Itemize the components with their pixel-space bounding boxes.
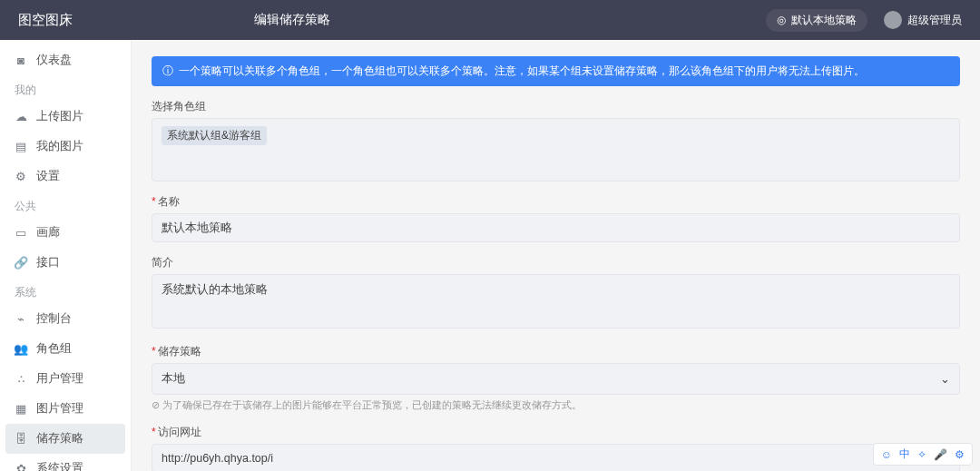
- sidebar-item[interactable]: 🗄储存策略: [5, 424, 125, 454]
- store-label: 储存策略: [152, 344, 960, 359]
- url-input[interactable]: [152, 444, 960, 471]
- ime-smiley-icon[interactable]: ☺: [881, 448, 892, 461]
- sidebar-item[interactable]: ▦图片管理: [0, 394, 131, 424]
- page-title: 编辑储存策略: [254, 12, 330, 28]
- group-label: 选择角色组: [152, 99, 960, 114]
- nav-label: 我的图片: [36, 139, 83, 154]
- store-hint: ⊘ 为了确保已存在于该储存上的图片能够在平台正常预览，已创建的策略无法继续更改储…: [152, 398, 960, 412]
- nav-icon: ✿: [15, 463, 27, 472]
- sidebar-item[interactable]: ⚙设置: [0, 162, 131, 191]
- sidebar-item[interactable]: 👥角色组: [0, 334, 131, 364]
- user-name: 超级管理员: [907, 13, 962, 28]
- nav-group-label: 我的: [0, 75, 131, 102]
- strategy-chip[interactable]: ◎ 默认本地策略: [766, 9, 867, 32]
- store-field: 储存策略 本地 ⌄ ⊘ 为了确保已存在于该储存上的图片能够在平台正常预览，已创建…: [152, 344, 960, 412]
- url-field: 访问网址 本地储存的访问网址必须有根路径，例如：https://www.lsky…: [152, 425, 960, 471]
- nav-icon: ▭: [15, 227, 27, 240]
- nav-icon: ⛬: [15, 373, 27, 386]
- warn-icon: ⊘: [152, 399, 160, 410]
- strategy-chip-label: 默认本地策略: [791, 13, 857, 28]
- nav-label: 系统设置: [36, 461, 83, 471]
- nav-list: ◙仪表盘我的☁上传图片▤我的图片⚙设置公共▭画廊🔗接口系统⌁控制台👥角色组⛬用户…: [0, 40, 131, 471]
- nav-label: 画廊: [36, 225, 60, 240]
- nav-label: 设置: [36, 169, 60, 184]
- nav-icon: 🔗: [15, 257, 27, 270]
- store-value: 本地: [162, 371, 185, 387]
- sidebar-item[interactable]: 🔗接口: [0, 248, 131, 278]
- nav-label: 控制台: [36, 311, 72, 327]
- nav-icon: 🗄: [15, 433, 27, 446]
- store-select[interactable]: 本地 ⌄: [152, 363, 960, 395]
- name-label: 名称: [152, 194, 960, 210]
- tag-icon: ◎: [777, 14, 786, 26]
- sidebar: ◙仪表盘我的☁上传图片▤我的图片⚙设置公共▭画廊🔗接口系统⌁控制台👥角色组⛬用户…: [0, 40, 132, 471]
- sidebar-item[interactable]: ⛬用户管理: [0, 364, 131, 394]
- main-content: ⓘ 一个策略可以关联多个角色组，一个角色组也可以关联多个策略。注意，如果某个组未…: [132, 40, 980, 471]
- ime-gear-icon[interactable]: ⚙: [955, 448, 965, 461]
- sidebar-item[interactable]: ✿系统设置: [0, 454, 131, 471]
- brand-title: 图空图床: [18, 12, 200, 29]
- nav-label: 上传图片: [36, 109, 83, 124]
- chevron-down-icon: ⌄: [940, 372, 950, 386]
- ime-lang[interactable]: 中: [899, 446, 910, 462]
- name-input[interactable]: [152, 213, 960, 242]
- sidebar-item[interactable]: ▭画廊: [0, 218, 131, 248]
- intro-textarea[interactable]: 系统默认的本地策略: [152, 274, 960, 329]
- nav-label: 储存策略: [36, 431, 83, 446]
- alert-text: 一个策略可以关联多个角色组，一个角色组也可以关联多个策略。注意，如果某个组未设置…: [179, 64, 865, 79]
- user-menu[interactable]: 超级管理员: [884, 11, 962, 29]
- sidebar-item[interactable]: ☁上传图片: [0, 102, 131, 132]
- sidebar-item[interactable]: ⌁控制台: [0, 304, 131, 334]
- header-right: ◎ 默认本地策略 超级管理员: [766, 9, 962, 32]
- nav-icon: ▦: [15, 403, 27, 416]
- intro-field: 简介 系统默认的本地策略: [152, 255, 960, 331]
- nav-icon: 👥: [15, 343, 27, 356]
- nav-icon: ◙: [15, 54, 27, 67]
- nav-icon: ☁: [15, 111, 27, 123]
- intro-label: 简介: [152, 255, 960, 270]
- nav-icon: ⌁: [15, 313, 27, 326]
- group-field: 选择角色组 系统默认组&游客组: [152, 99, 960, 182]
- ime-mic-icon[interactable]: 🎤: [934, 448, 947, 461]
- url-label: 访问网址: [152, 425, 960, 440]
- nav-group-label: 公共: [0, 191, 131, 218]
- sidebar-item[interactable]: ◙仪表盘: [0, 45, 131, 75]
- name-field: 名称: [152, 194, 960, 242]
- ime-toolbar[interactable]: ☺ 中 ✧ 🎤 ⚙: [873, 443, 973, 466]
- avatar: [884, 11, 902, 29]
- group-tag[interactable]: 系统默认组&游客组: [162, 126, 267, 145]
- info-alert: ⓘ 一个策略可以关联多个角色组，一个角色组也可以关联多个策略。注意，如果某个组未…: [152, 56, 960, 86]
- nav-icon: ⚙: [15, 171, 27, 183]
- nav-icon: ▤: [15, 141, 27, 153]
- nav-label: 角色组: [36, 341, 72, 357]
- nav-label: 图片管理: [36, 401, 83, 417]
- nav-label: 仪表盘: [36, 53, 72, 68]
- nav-group-label: 系统: [0, 278, 131, 304]
- info-icon: ⓘ: [162, 64, 173, 79]
- group-tagbox[interactable]: 系统默认组&游客组: [152, 118, 960, 182]
- nav-label: 接口: [36, 255, 60, 270]
- ime-sparkle-icon[interactable]: ✧: [917, 448, 926, 461]
- sidebar-item[interactable]: ▤我的图片: [0, 132, 131, 162]
- app-header: 图空图床 编辑储存策略 ◎ 默认本地策略 超级管理员: [0, 0, 980, 40]
- nav-label: 用户管理: [36, 371, 83, 387]
